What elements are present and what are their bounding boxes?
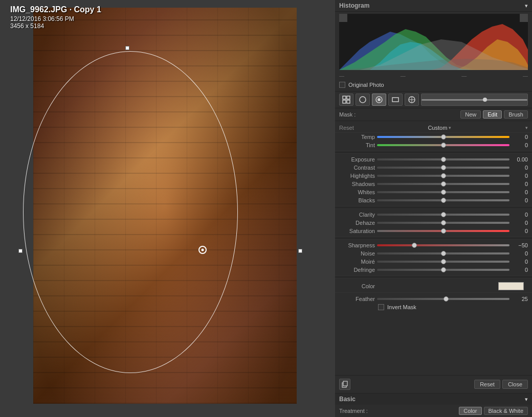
contrast-thumb[interactable] [441,165,446,170]
sharpness-label: Sharpness [339,242,375,248]
exposure-thumb[interactable] [441,157,446,162]
selection-handle-left[interactable] [18,249,23,253]
tool-grid[interactable] [339,94,353,106]
dehaze-slider[interactable] [377,222,509,224]
dehaze-value: 0 [512,220,528,226]
feather-label: Feather [339,296,375,302]
svg-rect-1 [339,14,347,22]
invert-mask-row: Invert Mask [335,303,532,312]
feather-thumb[interactable] [444,296,449,302]
clarity-value: 0 [512,212,528,218]
exposure-label: Exposure [339,156,375,163]
basic-section-header: Basic ▾ [335,393,532,405]
exposure-value: 0.00 [512,156,528,163]
noise-slider[interactable] [377,252,509,254]
tint-value: 0 [512,142,528,148]
contrast-slider-row: Contrast 0 [335,164,532,172]
sharpness-value: −50 [512,242,528,248]
shadows-slider[interactable] [377,183,509,185]
clarity-slider[interactable] [377,214,509,216]
defringe-slider[interactable] [377,269,509,271]
blacks-slider-row: Blacks 0 [335,196,532,204]
collapse-icon[interactable]: ▾ [525,125,528,130]
blacks-value: 0 [512,197,528,203]
blacks-thumb[interactable] [441,198,446,203]
color-treatment-button[interactable]: Color [459,407,481,415]
copy-icon [341,381,348,388]
moire-slider[interactable] [377,261,509,263]
defringe-label: Defringe [339,267,375,273]
sharpness-slider[interactable] [377,244,509,246]
contrast-label: Contrast [339,165,375,171]
tool-slider-bar[interactable] [421,94,528,106]
contrast-slider[interactable] [377,167,509,169]
copy-text: Copy 1 [74,5,101,14]
histogram-canvas [339,14,528,70]
bw-treatment-button[interactable]: Black & White [484,407,528,415]
defringe-thumb[interactable] [441,267,446,272]
custom-dropdown[interactable]: Custom ▾ [428,125,451,131]
reset-bottom-button[interactable]: Reset [474,380,500,389]
original-photo-checkbox[interactable] [339,82,345,88]
selection-center[interactable] [198,246,207,254]
tint-thumb[interactable] [441,143,446,148]
mask-toolbar [335,91,532,108]
clarity-slider-row: Clarity 0 [335,211,532,219]
noise-thumb[interactable] [441,251,446,256]
reset-button[interactable]: Reset [339,125,354,131]
moire-label: Moiré [339,259,375,265]
close-button[interactable]: Close [502,380,528,389]
temp-thumb[interactable] [441,134,446,140]
circle-outline-icon [408,96,416,104]
saturation-slider[interactable] [377,230,509,232]
reset-custom-row: Reset Custom ▾ ▾ [335,123,532,133]
feather-slider[interactable] [377,298,509,300]
highlights-slider[interactable] [377,175,509,177]
noise-slider-row: Noise 0 [335,249,532,258]
saturation-slider-row: Saturation 0 [335,227,532,235]
feather-section: Feather 25 Invert Mask [335,292,532,314]
sharpness-thumb[interactable] [412,243,417,248]
shadows-thumb[interactable] [441,181,446,187]
edit-mask-button[interactable]: Edit [483,110,502,119]
tool-circle-outline[interactable] [405,94,419,106]
temp-slider-row: Temp 0 [335,133,532,141]
noise-value: 0 [512,250,528,257]
highlights-thumb[interactable] [441,173,446,178]
blacks-slider[interactable] [377,199,509,201]
moire-value: 0 [512,259,528,265]
mask-row: Mask : New Edit Brush [339,110,528,119]
brush-mask-button[interactable]: Brush [504,110,528,119]
dehaze-slider-row: Dehaze 0 [335,219,532,227]
histogram-header: Histogram ▾ [335,0,532,12]
oval-overlay [33,8,297,404]
filename: IMG_9962.JPG · Copy 1 [10,5,101,14]
mask-controls: Mask : New Edit Brush [335,108,532,121]
dehaze-label: Dehaze [339,220,375,226]
color-swatch[interactable] [498,282,524,290]
tint-slider[interactable] [377,144,509,146]
new-mask-button[interactable]: New [460,110,481,119]
histogram-bottom: — — — — [335,72,532,80]
whites-label: Whites [339,189,375,195]
whites-slider[interactable] [377,191,509,193]
dehaze-thumb[interactable] [441,220,446,225]
filename-text: IMG_9962.JPG [10,5,67,14]
invert-mask-checkbox[interactable] [378,304,384,310]
temp-slider[interactable] [377,136,509,138]
whites-thumb[interactable] [441,190,446,195]
clarity-thumb[interactable] [441,212,446,217]
whites-slider-row: Whites 0 [335,188,532,196]
tool-rect[interactable] [388,94,403,106]
selection-handle-top[interactable] [125,46,129,50]
moire-thumb[interactable] [441,259,446,264]
saturation-thumb[interactable] [441,228,446,234]
invert-mask-label: Invert Mask [387,304,416,310]
copy-button[interactable] [339,379,350,390]
photo-container [33,8,297,404]
exposure-slider[interactable] [377,158,509,160]
selection-handle-right[interactable] [298,249,302,253]
tool-circle-dot[interactable] [372,94,386,106]
basic-arrow-icon[interactable]: ▾ [525,396,528,403]
tool-circle-empty[interactable] [356,94,370,106]
